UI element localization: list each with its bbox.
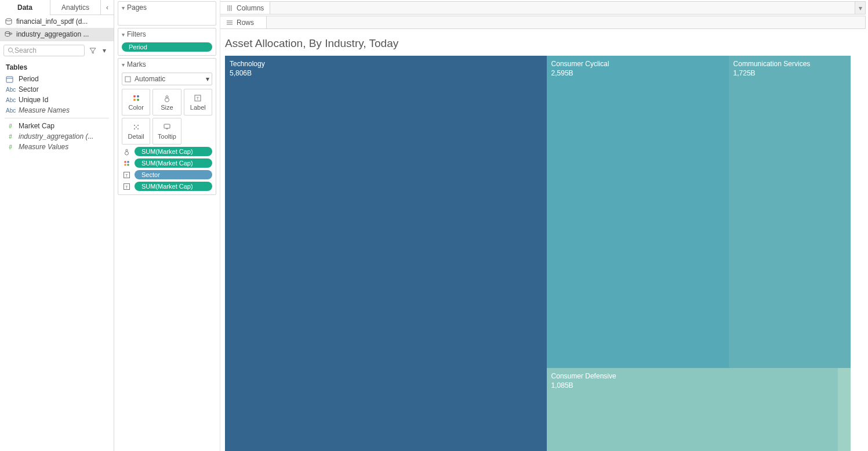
search-row: ▾ [0, 41, 114, 60]
tooltip-icon [163, 123, 171, 131]
mark-tooltip-label: Tooltip [158, 133, 176, 140]
abc-icon: Abc [6, 97, 15, 103]
cards-pane: ▾ Pages ▾ Filters Period ▾ Marks Automat… [114, 0, 220, 451]
collapse-data-pane-icon[interactable]: ‹ [101, 0, 114, 15]
columns-drop[interactable] [270, 2, 855, 14]
field-label: Unique Id [19, 96, 48, 104]
encoding-row[interactable]: SUM(Market Cap) [122, 158, 212, 168]
columns-label: Columns [237, 4, 264, 12]
svg-line-4 [12, 52, 14, 53]
field-unique-id[interactable]: Abc Unique Id [2, 95, 111, 105]
automatic-square-icon [125, 76, 131, 82]
data-pane-tabs: Data Analytics ‹ [0, 0, 114, 15]
treemap-cell-value: 1,085B [551, 381, 834, 390]
mark-detail-label: Detail [128, 133, 144, 140]
marks-type-value: Automatic [135, 75, 165, 83]
number-icon: # [6, 144, 15, 150]
treemap-cell[interactable]: Technology5,806B [225, 56, 547, 451]
field-label: Measure Names [19, 106, 70, 114]
field-market-cap[interactable]: # Market Cap [2, 121, 111, 131]
svg-point-26 [124, 164, 126, 166]
pages-card[interactable]: ▾ Pages [118, 1, 216, 26]
color-icon [132, 94, 140, 102]
mark-color-button[interactable]: Color [122, 89, 150, 116]
field-measure-names[interactable]: Abc Measure Names [2, 105, 111, 116]
datasource-item[interactable]: industry_aggregation ... [0, 28, 114, 41]
marks-header[interactable]: ▾ Marks [118, 59, 216, 70]
encoding-pill[interactable]: Sector [135, 170, 212, 179]
mark-label-label: Label [190, 104, 206, 111]
svg-point-22 [125, 151, 128, 155]
label-icon: T [122, 171, 131, 179]
filters-card[interactable]: ▾ Filters Period [118, 28, 216, 56]
label-icon: T [122, 183, 131, 190]
chevron-down-icon: ▾ [122, 31, 125, 38]
field-measure-values[interactable]: # Measure Values [2, 142, 111, 152]
encoding-row[interactable]: T Sector [122, 170, 212, 179]
columns-shelf[interactable]: Columns ▾ [220, 1, 866, 15]
marks-type-select[interactable]: Automatic ▾ [122, 73, 212, 85]
encoding-row[interactable]: SUM(Market Cap) [122, 147, 212, 156]
rows-shelf[interactable]: Rows [220, 16, 866, 29]
treemap-cell[interactable]: Consumer Cyclical2,595B [547, 56, 729, 368]
mark-detail-button[interactable]: Detail [122, 118, 150, 145]
pages-header[interactable]: ▾ Pages [118, 2, 216, 13]
tables-header: Tables [0, 60, 114, 74]
mark-size-button[interactable]: Size [152, 89, 181, 116]
viz-title[interactable]: Asset Allocation, By Industry, Today [220, 29, 868, 56]
mark-tooltip-button[interactable]: Tooltip [152, 118, 181, 145]
filter-icon[interactable] [88, 45, 98, 56]
svg-point-27 [127, 164, 129, 166]
svg-point-18 [136, 127, 137, 128]
encoding-pill[interactable]: SUM(Market Cap) [135, 182, 212, 191]
svg-point-17 [137, 125, 139, 126]
mark-label-button[interactable]: T Label [184, 89, 212, 116]
tab-data[interactable]: Data [0, 0, 50, 15]
svg-text:T: T [125, 185, 128, 189]
field-period[interactable]: Period [2, 74, 111, 84]
viz-pane: Columns ▾ Rows Asset Allocation, By Indu… [220, 0, 868, 451]
treemap[interactable]: Technology5,806BConsumer Cyclical2,595BC… [225, 56, 851, 451]
filter-pill-period[interactable]: Period [122, 42, 212, 52]
pages-label: Pages [127, 3, 147, 12]
rows-drop[interactable] [267, 16, 865, 28]
tab-analytics[interactable]: Analytics [50, 0, 101, 15]
datasource-item[interactable]: financial_info_spdf (d... [0, 15, 114, 28]
svg-text:T: T [125, 173, 128, 177]
field-sector[interactable]: Abc Sector [2, 84, 111, 95]
encoding-pill[interactable]: SUM(Market Cap) [135, 158, 212, 168]
filters-label: Filters [127, 30, 146, 38]
pages-drop[interactable] [118, 13, 216, 25]
svg-text:T: T [197, 96, 199, 101]
field-label: Sector [19, 85, 39, 93]
label-icon: T [194, 94, 202, 102]
columns-menu-button[interactable]: ▾ [855, 2, 865, 14]
marks-card: ▾ Marks Automatic ▾ Color [118, 58, 216, 195]
rows-icon [226, 19, 233, 26]
chevron-down-icon[interactable]: ▾ [99, 45, 110, 56]
treemap-cell[interactable]: Consumer Defensive1,085B [547, 368, 838, 451]
number-icon: # [6, 134, 15, 140]
svg-point-23 [125, 149, 127, 151]
chevron-down-icon: ▾ [122, 62, 125, 68]
svg-point-20 [137, 128, 139, 129]
search-box[interactable] [3, 45, 85, 56]
encoding-pill[interactable]: SUM(Market Cap) [135, 147, 212, 156]
date-icon [6, 75, 15, 83]
treemap-cell[interactable]: Communication Services1,725B [729, 56, 851, 368]
field-separator [5, 118, 109, 118]
treemap-cell[interactable] [838, 368, 851, 451]
datasource-list: financial_info_spdf (d... industry_aggre… [0, 15, 114, 41]
search-input[interactable] [14, 46, 81, 55]
svg-point-11 [137, 99, 139, 101]
filters-header[interactable]: ▾ Filters [118, 28, 216, 40]
marks-buttons: Color Size T Label [122, 89, 212, 145]
encoding-row[interactable]: T SUM(Market Cap) [122, 182, 212, 191]
field-industry-aggregation[interactable]: # industry_aggregation (... [2, 131, 111, 142]
treemap-cell-name: Consumer Cyclical [551, 59, 724, 68]
svg-rect-7 [125, 77, 130, 82]
marks-label: Marks [127, 60, 146, 68]
chevron-down-icon: ▾ [122, 5, 125, 11]
filters-body[interactable]: Period [118, 40, 216, 55]
svg-point-0 [6, 19, 12, 21]
